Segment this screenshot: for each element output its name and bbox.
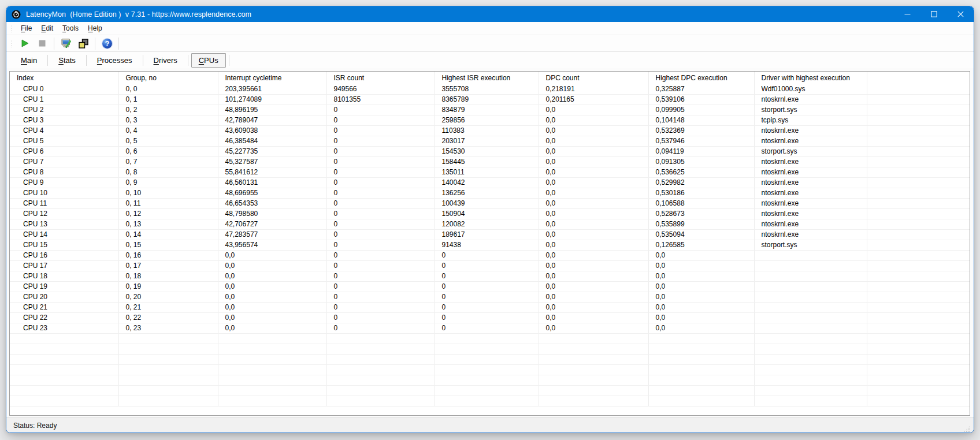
cell-highest-dpc-execution: 0,530186: [648, 188, 754, 198]
stop-monitor-button[interactable]: [34, 36, 51, 51]
help-button[interactable]: ?: [98, 36, 116, 51]
cell-index: [10, 375, 118, 385]
table-row-cpu-1[interactable]: CPU 10, 1101,274089810135583657890,20116…: [10, 94, 970, 105]
cell-group-no: 0, 20: [118, 292, 218, 302]
table-row-cpu-4[interactable]: CPU 40, 443,60903801103830,00,532369ntos…: [10, 125, 970, 136]
table-row-cpu-8[interactable]: CPU 80, 855,84161201350110,00,536625ntos…: [10, 167, 970, 177]
cell-group-no: 0, 23: [118, 323, 218, 333]
table-row-cpu-15[interactable]: CPU 150, 1543,9565740914380,00,126585sto…: [10, 240, 970, 250]
copy-window-button[interactable]: [75, 36, 92, 51]
cell-driver: [754, 292, 867, 302]
cell-driver: [754, 302, 867, 312]
column-header-driver[interactable]: Driver with highest execution: [754, 72, 867, 84]
table-row-cpu-13[interactable]: CPU 130, 1342,70672701200820,00,535899nt…: [10, 219, 970, 229]
cell-isr-count: 8101355: [326, 94, 435, 105]
cell-interrupt-cycletime: 45,327587: [218, 156, 326, 167]
table-row-cpu-7[interactable]: CPU 70, 745,32758701584450,00,091305ntos…: [10, 156, 970, 167]
tab-processes-label-rest: rocesses: [102, 56, 132, 65]
table-row-empty[interactable]: [10, 333, 970, 344]
tab-processes[interactable]: Processes: [90, 53, 140, 68]
table-row-cpu-10[interactable]: CPU 100, 1048,69695501362560,00,530186nt…: [10, 188, 970, 198]
cell-driver: ntoskrnl.exe: [754, 219, 867, 229]
resize-grip[interactable]: [963, 426, 970, 432]
menu-tools[interactable]: Tools: [58, 23, 83, 34]
cell-isr-count: 0: [326, 219, 435, 229]
tab-drivers[interactable]: Drivers: [146, 53, 185, 68]
cell-isr-count: [326, 333, 435, 344]
cell-isr-count: 0: [326, 156, 435, 167]
column-header-highest-dpc-execution[interactable]: Highest DPC execution: [648, 72, 754, 84]
table-row-cpu-22[interactable]: CPU 220, 220,0000,00,0: [10, 312, 970, 323]
cell-dpc-count: [539, 396, 648, 406]
table-row-empty[interactable]: [10, 364, 970, 375]
tab-cpus-label-rest: PUs: [204, 56, 218, 65]
cell-isr-count: 0: [326, 115, 435, 125]
cell-interrupt-cycletime: 0,0: [218, 323, 326, 333]
toolbar-gripper[interactable]: [11, 39, 13, 48]
menu-edit[interactable]: Edit: [36, 23, 58, 34]
minimize-button[interactable]: [894, 6, 920, 22]
column-header-group-no[interactable]: Group, no: [118, 72, 218, 84]
table-row-cpu-12[interactable]: CPU 120, 1248,79858001509040,00,528673nt…: [10, 208, 970, 219]
column-header-interrupt-cycletime[interactable]: Interrupt cycletime: [218, 72, 326, 84]
table-row-cpu-18[interactable]: CPU 180, 180,0000,00,0: [10, 271, 970, 281]
cell-dpc-count: 0,0: [539, 188, 648, 198]
table-row-cpu-19[interactable]: CPU 190, 190,0000,00,0: [10, 281, 970, 292]
copy-window-icon: [77, 38, 90, 50]
cell-dpc-count: 0,0: [539, 219, 648, 229]
tab-stats[interactable]: Stats: [51, 53, 83, 68]
table-row-cpu-5[interactable]: CPU 50, 546,38548402030170,00,537946ntos…: [10, 136, 970, 146]
tab-cpus[interactable]: CPUs: [191, 53, 226, 68]
table-row-cpu-23[interactable]: CPU 230, 230,0000,00,0: [10, 323, 970, 333]
table-row-cpu-16[interactable]: CPU 160, 160,0000,00,0: [10, 250, 970, 260]
tab-main[interactable]: Main: [13, 53, 44, 68]
titlebar[interactable]: LatencyMon (Home Edition ) v 7.31 - http…: [6, 6, 974, 22]
table-row-cpu-20[interactable]: CPU 200, 200,0000,00,0: [10, 292, 970, 302]
table-row-empty[interactable]: [10, 385, 970, 396]
maximize-button[interactable]: [920, 6, 947, 22]
cell-interrupt-cycletime: 0,0: [218, 292, 326, 302]
cell-dpc-count: 0,218191: [539, 84, 648, 94]
table-row-cpu-0[interactable]: CPU 00, 0203,39566194956635557080,218191…: [10, 84, 970, 94]
cell-interrupt-cycletime: 0,0: [218, 302, 326, 312]
menu-help[interactable]: Help: [83, 23, 107, 34]
cell-highest-dpc-execution: 0,325887: [648, 84, 754, 94]
table-row-cpu-11[interactable]: CPU 110, 1146,65435301004390,00,106588nt…: [10, 198, 970, 208]
cell-highest-isr-execution: 8365789: [435, 94, 539, 105]
cell-highest-dpc-execution: [648, 375, 754, 385]
cell-index: CPU 19: [10, 281, 118, 292]
cell-highest-dpc-execution: 0,0: [648, 312, 754, 323]
cell-index: CPU 4: [10, 125, 118, 136]
table-row-cpu-21[interactable]: CPU 210, 210,0000,00,0: [10, 302, 970, 312]
table-row-cpu-2[interactable]: CPU 20, 248,89619508348790,00,099905stor…: [10, 105, 970, 115]
menu-file[interactable]: File: [16, 23, 36, 34]
table-row-cpu-3[interactable]: CPU 30, 342,78904702598560,00,104148tcpi…: [10, 115, 970, 125]
cell-driver: [754, 333, 867, 344]
column-header-highest-isr-execution[interactable]: Highest ISR execution: [435, 72, 539, 84]
table-row-cpu-9[interactable]: CPU 90, 946,56013101400420,00,529982ntos…: [10, 177, 970, 188]
cell-highest-isr-execution: 0: [435, 302, 539, 312]
cell-interrupt-cycletime: 42,706727: [218, 219, 326, 229]
column-header-index[interactable]: Index: [10, 72, 118, 84]
cell-highest-isr-execution: 189617: [435, 229, 539, 240]
report-tool-button[interactable]: [57, 36, 75, 51]
table-row-empty[interactable]: [10, 344, 970, 354]
table-row-empty[interactable]: [10, 396, 970, 406]
table-row-cpu-14[interactable]: CPU 140, 1447,28357701896170,00,535094nt…: [10, 229, 970, 240]
cpus-panel: Index Group, no Interrupt cycletime ISR …: [6, 68, 974, 417]
cell-group-no: 0, 17: [118, 260, 218, 271]
table-row-empty[interactable]: [10, 375, 970, 385]
table-row-cpu-6[interactable]: CPU 60, 645,22773501545300,00,094119stor…: [10, 146, 970, 156]
cell-group-no: 0, 4: [118, 125, 218, 136]
menu-gripper[interactable]: [11, 24, 13, 33]
cell-highest-isr-execution: 110383: [435, 125, 539, 136]
column-header-isr-count[interactable]: ISR count: [326, 72, 435, 84]
cell-group-no: [118, 333, 218, 344]
table-header-row: Index Group, no Interrupt cycletime ISR …: [10, 72, 970, 84]
start-monitor-button[interactable]: [16, 36, 34, 51]
cell-index: [10, 333, 118, 344]
column-header-dpc-count[interactable]: DPC count: [539, 72, 648, 84]
close-button[interactable]: [947, 6, 974, 22]
table-row-cpu-17[interactable]: CPU 170, 170,0000,00,0: [10, 260, 970, 271]
table-row-empty[interactable]: [10, 354, 970, 364]
